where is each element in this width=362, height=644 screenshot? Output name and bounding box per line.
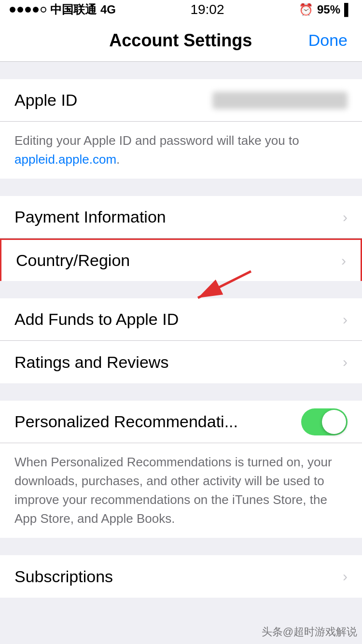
subscriptions-chevron-icon: ›	[343, 568, 348, 585]
section-gap-1	[0, 62, 362, 79]
ratings-row-right: ›	[343, 354, 348, 370]
status-time: 19:02	[190, 2, 224, 17]
status-left: 中国联通 4G	[10, 2, 116, 17]
subscriptions-row-right: ›	[343, 568, 348, 585]
nav-bar: Account Settings Done	[0, 19, 362, 62]
country-chevron-icon: ›	[341, 252, 346, 269]
ratings-reviews-row[interactable]: Ratings and Reviews ›	[0, 341, 362, 383]
personalized-section: Personalized Recommendati... When Person…	[0, 401, 362, 538]
ratings-chevron-icon: ›	[343, 354, 348, 370]
subscriptions-row[interactable]: Subscriptions ›	[0, 555, 362, 598]
personalized-toggle[interactable]	[301, 408, 348, 435]
signal-dot-2	[17, 7, 23, 13]
network-type-label: 4G	[100, 3, 116, 16]
payment-chevron-icon: ›	[343, 209, 348, 225]
country-region-label: Country/Region	[16, 251, 130, 270]
signal-dot-3	[25, 7, 31, 13]
signal-dot-1	[10, 7, 15, 13]
apple-id-row[interactable]: Apple ID	[0, 79, 362, 122]
apple-id-value-blurred	[212, 92, 348, 109]
battery-label: 95%	[317, 3, 340, 16]
status-bar: 中国联通 4G 19:02 ⏰ 95% ▌	[0, 0, 362, 19]
apple-id-label: Apple ID	[14, 91, 77, 110]
section-gap-2	[0, 179, 362, 196]
apple-id-note: Editing your Apple ID and password will …	[0, 122, 362, 179]
country-region-row[interactable]: Country/Region ›	[0, 238, 362, 281]
apple-id-link[interactable]: appleid.apple.com	[14, 152, 116, 167]
carrier-label: 中国联通	[50, 2, 97, 17]
add-funds-row-right: ›	[343, 311, 348, 328]
apple-id-note-text2: .	[116, 152, 120, 167]
signal-dot-5	[41, 7, 46, 13]
payment-row-right: ›	[343, 209, 348, 225]
done-button[interactable]: Done	[308, 31, 348, 50]
svg-line-1	[198, 271, 251, 298]
signal-dot-4	[33, 7, 39, 13]
section-gap-4	[0, 383, 362, 401]
payment-information-label: Payment Information	[14, 208, 166, 226]
watermark: 头条@超时游戏解说	[262, 625, 357, 639]
personalized-label: Personalized Recommendati...	[14, 412, 238, 431]
section-gap-3	[0, 281, 362, 298]
country-row-right: ›	[341, 252, 346, 269]
add-funds-chevron-icon: ›	[343, 311, 348, 328]
toggle-knob	[322, 410, 346, 434]
signal-dots	[10, 7, 46, 13]
personalized-description: When Personalized Recommendations is tur…	[0, 443, 362, 538]
alarm-icon: ⏰	[299, 3, 313, 16]
section-gap-6	[0, 598, 362, 615]
battery-icon: ▌	[344, 3, 352, 16]
payment-country-section: Payment Information › Country/Region ›	[0, 196, 362, 281]
add-funds-row[interactable]: Add Funds to Apple ID ›	[0, 298, 362, 341]
red-arrow-icon	[188, 266, 256, 305]
personalized-row[interactable]: Personalized Recommendati...	[0, 401, 362, 443]
funds-ratings-section: Add Funds to Apple ID › Ratings and Revi…	[0, 298, 362, 383]
status-right: ⏰ 95% ▌	[299, 3, 352, 16]
apple-id-note-text1: Editing your Apple ID and password will …	[14, 133, 299, 148]
subscriptions-section: Subscriptions ›	[0, 555, 362, 598]
subscriptions-label: Subscriptions	[14, 567, 113, 586]
apple-id-section: Apple ID Editing your Apple ID and passw…	[0, 79, 362, 179]
ratings-reviews-label: Ratings and Reviews	[14, 353, 168, 372]
add-funds-label: Add Funds to Apple ID	[14, 310, 179, 329]
page-title: Account Settings	[109, 30, 252, 51]
payment-information-row[interactable]: Payment Information ›	[0, 196, 362, 238]
section-gap-5	[0, 538, 362, 555]
